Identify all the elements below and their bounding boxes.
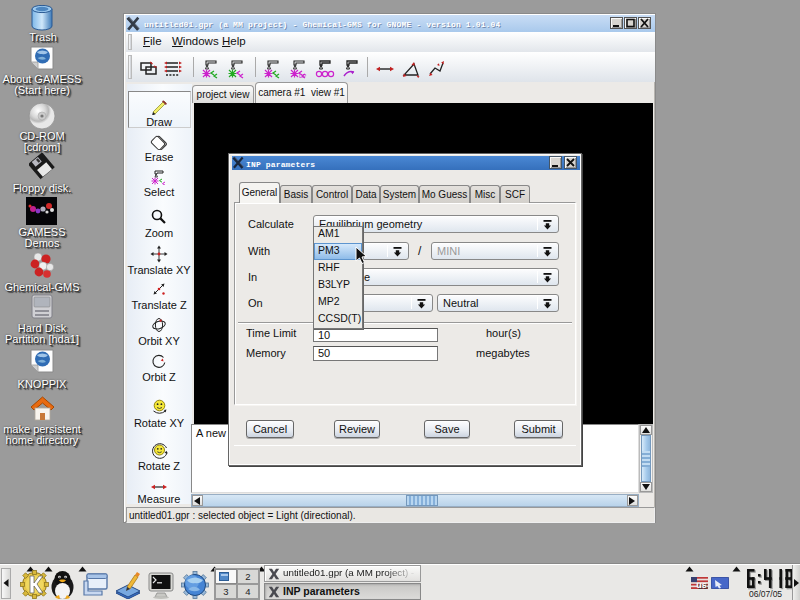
svg-text:LP: LP [299,73,306,79]
svg-text:us: us [696,580,707,589]
